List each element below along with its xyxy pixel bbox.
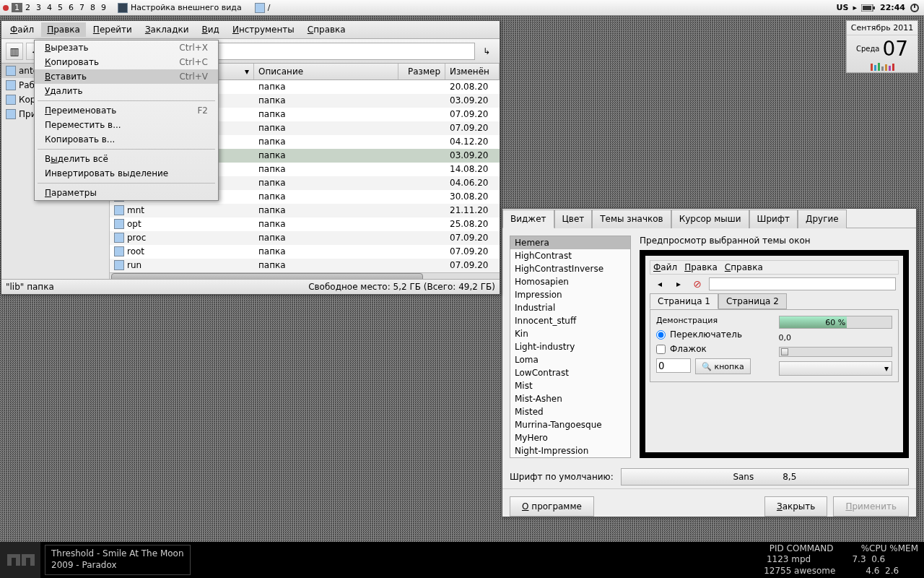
calendar-month: Сентябрь 2011: [847, 21, 918, 35]
menu-инструменты[interactable]: Инструменты: [227, 22, 300, 37]
preview-slider[interactable]: [779, 347, 893, 357]
preview-stop-icon[interactable]: ⊘: [690, 277, 705, 290]
preview-tab-2[interactable]: Страница 2: [718, 293, 787, 309]
menu-item[interactable]: ПереименоватьF2: [35, 103, 218, 118]
menu-item[interactable]: Переместить в...: [35, 118, 218, 132]
theme-list[interactable]: HemeraHighContrastHighContrastInverseHom…: [510, 236, 631, 458]
workspace-8[interactable]: 8: [87, 3, 98, 12]
preview-combobox[interactable]: ▾: [779, 361, 893, 376]
demo-group-label: Демонстрация: [656, 316, 770, 325]
theme-item[interactable]: Light-industry: [510, 340, 630, 353]
tab-1[interactable]: Цвет: [554, 210, 593, 228]
svg-rect-7: [7, 554, 20, 558]
calendar-day: 07: [882, 37, 908, 61]
menu-item[interactable]: ВырезатьCtrl+X: [35, 40, 218, 55]
theme-item[interactable]: Impression: [510, 288, 630, 301]
theme-item[interactable]: Night-Impression: [510, 444, 630, 457]
taskbar-item-filemanager[interactable]: /: [250, 3, 275, 13]
theme-item[interactable]: Mist: [510, 379, 630, 392]
workspace-4[interactable]: 4: [44, 3, 55, 12]
menu-справка[interactable]: Справка: [302, 22, 352, 37]
default-font-label: Шрифт по умолчанию:: [510, 472, 614, 482]
theme-item[interactable]: HighContrast: [510, 249, 630, 262]
taskbar-item-appearance[interactable]: Настройка внешнего вида: [113, 3, 246, 13]
theme-item[interactable]: MyHero: [510, 431, 630, 444]
menu-item[interactable]: Удалить: [35, 84, 218, 98]
toggle-sidebar-button[interactable]: ▥: [6, 43, 23, 60]
apw-tabs: ВиджетЦветТемы значковКурсор мышиШрифтДр…: [502, 209, 916, 228]
calendar-widget: Сентябрь 2011 Среда 07: [846, 20, 918, 73]
theme-item[interactable]: LowContrast: [510, 366, 630, 379]
battery-icon: [861, 4, 876, 12]
go-button[interactable]: ↳: [478, 43, 495, 60]
file-row[interactable]: procпапка07.09.20: [110, 231, 500, 245]
apply-button[interactable]: Применить: [833, 496, 909, 517]
tab-2[interactable]: Темы значков: [592, 210, 671, 228]
menu-item[interactable]: Выделить всё: [35, 152, 218, 166]
preview-checkbox[interactable]: Флажок: [656, 344, 770, 354]
tab-4[interactable]: Шрифт: [749, 210, 798, 228]
panel-indicator: [3, 5, 9, 11]
folder-icon: [6, 95, 16, 105]
tab-3[interactable]: Курсор мыши: [671, 210, 749, 228]
preview-tab-1[interactable]: Страница 1: [650, 293, 718, 309]
workspace-7[interactable]: 7: [77, 3, 87, 12]
keyboard-layout[interactable]: US: [837, 3, 849, 12]
folder-icon: [114, 246, 124, 256]
menu-item[interactable]: Копировать в...: [35, 132, 218, 147]
workspace-1[interactable]: 1: [12, 3, 22, 12]
about-button[interactable]: О О программепрограмме: [510, 496, 594, 517]
preview-back-icon[interactable]: ◂: [653, 277, 667, 290]
tab-5[interactable]: Другие: [798, 210, 847, 228]
file-row[interactable]: rootпапка07.09.20: [110, 245, 500, 259]
font-chooser-button[interactable]: Sans8,5: [621, 468, 909, 486]
appearance-settings-window: ВиджетЦветТемы значковКурсор мышиШрифтДр…: [502, 208, 917, 517]
close-button[interactable]: Закрыть: [764, 496, 827, 517]
tab-0[interactable]: Виджет: [502, 210, 554, 228]
workspace-9[interactable]: 9: [98, 3, 109, 12]
preview-url-entry[interactable]: [709, 277, 896, 290]
workspace-5[interactable]: 5: [55, 3, 66, 12]
preview-forward-icon[interactable]: ▸: [671, 277, 686, 290]
menu-закладки[interactable]: Закладки: [139, 22, 195, 37]
now-playing: Threshold - Smile At The Moon 2009 - Par…: [45, 545, 191, 574]
menu-item[interactable]: Инвертировать выделение: [35, 166, 218, 181]
theme-item[interactable]: Loma: [510, 353, 630, 366]
file-row[interactable]: optпапка25.08.20: [110, 217, 500, 231]
folder-icon: [114, 205, 124, 215]
clock[interactable]: 22:44: [880, 3, 905, 12]
menu-файл[interactable]: Файл: [4, 22, 40, 37]
theme-item[interactable]: Mist-Ashen: [510, 392, 630, 405]
fm-menubar: ФайлПравкаПерейтиЗакладкиВидИнструментыС…: [1, 21, 500, 39]
theme-item[interactable]: Industrial: [510, 301, 630, 314]
folder-icon: [114, 233, 124, 243]
workspace-6[interactable]: 6: [66, 3, 77, 12]
preview-spinbutton[interactable]: [656, 358, 691, 373]
workspace-2[interactable]: 2: [22, 3, 33, 12]
menu-перейти[interactable]: Перейти: [87, 22, 138, 37]
preview-radio[interactable]: Переключатель: [656, 329, 770, 340]
menu-правка[interactable]: Правка: [41, 22, 86, 37]
preview-coord-label: 0,0: [779, 333, 893, 342]
bottom-status-bar: Threshold - Smile At The Moon 2009 - Par…: [0, 542, 924, 578]
workspace-3[interactable]: 3: [33, 3, 44, 12]
preview-menubar: Файл Правка Справка: [650, 260, 899, 275]
menu-item[interactable]: Параметры: [35, 186, 218, 200]
menu-item[interactable]: ВставитьCtrl+V: [35, 69, 218, 84]
theme-item[interactable]: HighContrastInverse: [510, 262, 630, 275]
theme-item[interactable]: Homosapien: [510, 275, 630, 288]
menu-item[interactable]: КопироватьCtrl+C: [35, 55, 218, 69]
preview-button[interactable]: 🔍 кнопка: [695, 358, 751, 374]
menu-вид[interactable]: Вид: [196, 22, 225, 37]
horizontal-scrollbar[interactable]: [110, 272, 500, 279]
folder-icon: [114, 260, 124, 270]
file-row[interactable]: mntпапка21.11.20: [110, 204, 500, 217]
file-row[interactable]: runпапка07.09.20: [110, 259, 500, 272]
theme-item[interactable]: Innocent_stuff: [510, 314, 630, 327]
theme-item[interactable]: Misted: [510, 405, 630, 418]
power-icon[interactable]: [910, 3, 920, 13]
theme-item[interactable]: Hemera: [510, 236, 630, 249]
folder-icon: [6, 66, 16, 76]
theme-item[interactable]: Kin: [510, 327, 630, 340]
theme-item[interactable]: Murrina-Tangoesque: [510, 418, 630, 431]
